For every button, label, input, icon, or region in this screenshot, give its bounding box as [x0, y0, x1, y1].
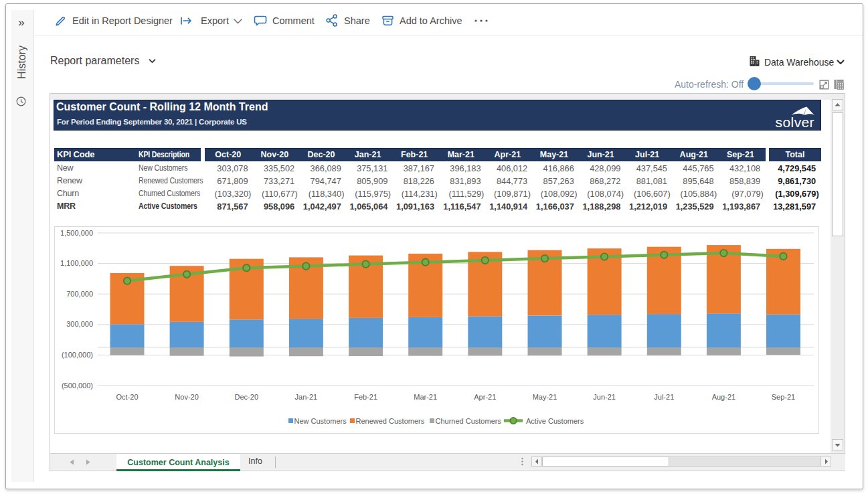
svg-text:Apr-21: Apr-21	[474, 393, 496, 401]
svg-text:(100,000): (100,000)	[62, 351, 93, 359]
svg-text:Aug-21: Aug-21	[712, 393, 735, 401]
svg-text:Feb-21: Feb-21	[354, 393, 377, 401]
svg-text:300,000: 300,000	[66, 320, 93, 328]
svg-text:May-21: May-21	[533, 393, 557, 401]
svg-text:Oct-20: Oct-20	[116, 393, 138, 401]
svg-text:700,000: 700,000	[66, 290, 93, 298]
svg-text:Dec-20: Dec-20	[235, 393, 258, 401]
svg-text:solver: solver	[776, 114, 814, 130]
svg-text:New Customers: New Customers	[294, 417, 347, 425]
svg-text:Jan-21: Jan-21	[295, 393, 318, 401]
svg-text:Mar-21: Mar-21	[414, 393, 437, 401]
svg-text:Jul-21: Jul-21	[654, 393, 674, 401]
svg-text:Active Customers: Active Customers	[526, 417, 584, 425]
svg-text:(500,000): (500,000)	[62, 382, 93, 390]
svg-text:1,500,000: 1,500,000	[60, 229, 93, 237]
svg-text:Sep-21: Sep-21	[772, 393, 795, 401]
svg-text:Nov-20: Nov-20	[175, 393, 198, 401]
svg-text:Renewed Customers: Renewed Customers	[356, 417, 425, 425]
svg-text:Churned Customers: Churned Customers	[436, 417, 502, 425]
svg-text:1,100,000: 1,100,000	[60, 259, 93, 267]
svg-text:Jun-21: Jun-21	[593, 393, 616, 401]
